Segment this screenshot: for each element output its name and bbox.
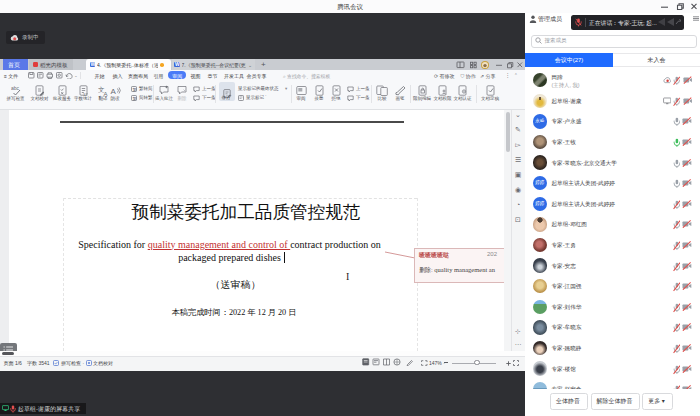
svg-text:A: A	[110, 87, 116, 96]
svg-text:abc: abc	[11, 85, 20, 91]
svg-text:繁: 繁	[133, 86, 137, 91]
svg-text:繁: 繁	[133, 95, 137, 100]
svg-text:123: 123	[83, 91, 88, 95]
svg-text:A: A	[103, 90, 107, 96]
